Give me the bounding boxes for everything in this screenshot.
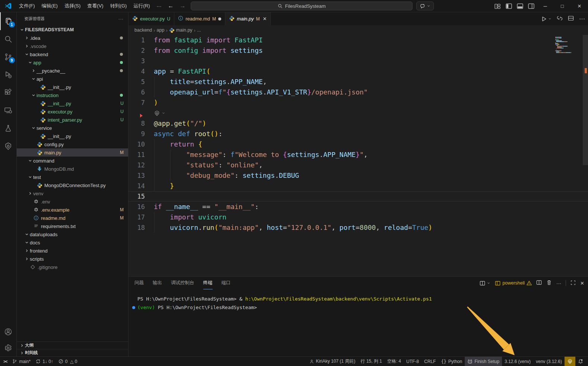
tree-item-__init__.py[interactable]: __init__.pyU <box>17 99 128 107</box>
tree-item-api[interactable]: api <box>17 75 128 83</box>
code-line-12[interactable]: 12 "status": "online", <box>128 160 588 170</box>
activity-remote-explorer-icon[interactable] <box>0 102 17 119</box>
tree-item-frontend[interactable]: frontend <box>17 247 128 255</box>
tab-executor[interactable]: executor.pyU <box>128 12 174 25</box>
tree-item-data-uploads[interactable]: data\uploads <box>17 230 128 238</box>
activity-explorer-icon[interactable]: 1 <box>0 12 17 30</box>
tab-readme[interactable]: readme.mdM <box>174 12 225 25</box>
tree-item-.idea[interactable]: .idea <box>17 34 128 42</box>
launch-profile-button[interactable] <box>480 280 490 286</box>
copilot-inline-icon[interactable] <box>154 110 165 116</box>
menu-v[interactable]: 查看(V) <box>84 0 107 12</box>
code-line-4[interactable]: 4app = FastAPI( <box>128 66 588 77</box>
code-line-3[interactable]: 3 <box>128 56 588 66</box>
tree-item-intent_parser.py[interactable]: intent_parser.pyU <box>17 116 128 124</box>
breadcrumb[interactable]: backend›app›main.py›... <box>128 25 588 35</box>
command-decoration-dot[interactable] <box>132 306 135 309</box>
status-language-mode[interactable]: {}Python <box>438 357 465 366</box>
status-git-sync[interactable]: 1↓ 0↑ <box>33 357 56 366</box>
tree-item-__pycache__[interactable]: __pycache__ <box>17 67 128 75</box>
tree-item-instruction[interactable]: instruction <box>17 91 128 99</box>
tree-item-readme.md[interactable]: readme.mdM <box>17 214 128 222</box>
code-line-6[interactable]: 6 openapi_url=f"{settings.API_V1_STR}/op… <box>128 87 588 97</box>
tree-item-venv[interactable]: venv <box>17 189 128 198</box>
open-changes-icon[interactable] <box>557 15 563 23</box>
status-notifications[interactable] <box>575 357 586 366</box>
command-center-search[interactable]: FilesReadSysteam <box>191 1 413 10</box>
split-terminal-icon[interactable] <box>536 280 542 286</box>
editor-scrollbar[interactable] <box>583 35 588 276</box>
code-line-5[interactable]: 5 title=settings.APP_NAME, <box>128 77 588 87</box>
maximize-button[interactable]: □ <box>554 0 571 12</box>
split-editor-icon[interactable] <box>568 15 574 23</box>
tree-item-.env.example[interactable]: .env.exampleM <box>17 206 128 214</box>
dirty-indicator[interactable] <box>218 17 221 20</box>
toggle-panel-icon[interactable] <box>514 0 525 12</box>
activity-copilot-icon[interactable] <box>0 137 17 155</box>
toggle-sidebar-icon[interactable] <box>503 0 514 12</box>
tree-item-test[interactable]: test <box>17 173 128 181</box>
tree-item-__init__.py[interactable]: __init__.py <box>17 83 128 91</box>
panel-tab-终端[interactable]: 终端 <box>203 277 213 289</box>
tree-item-backend[interactable]: backend <box>17 50 128 58</box>
code-line-15[interactable]: 15 <box>128 191 588 202</box>
editor-more-actions-icon[interactable]: ··· <box>579 16 585 22</box>
tab-main[interactable]: main.pyM✕ <box>225 12 271 25</box>
settings-gear-icon[interactable] <box>0 340 17 356</box>
tree-item-command[interactable]: command <box>17 157 128 165</box>
tree-item-main.py[interactable]: main.pyM <box>17 148 128 157</box>
activity-run-debug-icon[interactable] <box>0 66 17 84</box>
code-line-13[interactable]: 13 "debug_mode": settings.DEBUG <box>128 170 588 181</box>
tree-item-__init__.py[interactable]: __init__.py <box>17 132 128 140</box>
code-editor[interactable]: 1from fastapi import FastAPI2from config… <box>128 35 588 276</box>
tree-item-.gitignore[interactable]: .gitignore <box>17 263 128 271</box>
status-python-version[interactable]: 3.12.6 (venv) <box>502 357 533 366</box>
terminal-output[interactable]: PS H:\OwnProject\FilesReadSysteam> & h:\… <box>128 289 588 312</box>
code-line-11[interactable]: 11 "message": f"Welcome to {settings.APP… <box>128 150 588 160</box>
account-icon[interactable] <box>0 324 17 340</box>
tree-item-.vscode[interactable]: .vscode <box>17 42 128 50</box>
menu-[interactable]: ··· <box>153 0 165 12</box>
terminal-instance-powershell[interactable]: powershell <box>495 280 532 286</box>
status-cursor-position[interactable]: 行 15, 列 1 <box>358 357 384 366</box>
activity-search-icon[interactable] <box>0 30 17 48</box>
minimize-button[interactable]: ─ <box>537 0 554 12</box>
status-remote[interactable]: >< <box>0 357 10 366</box>
code-line-2[interactable]: 2from config import settings <box>128 45 588 56</box>
breadcrumb-item[interactable]: ... <box>197 28 201 33</box>
menu-g[interactable]: 转到(G) <box>107 0 130 12</box>
panel-tab-调试控制台[interactable]: 调试控制台 <box>171 277 194 289</box>
code-line-9[interactable]: 9async def root(): <box>128 129 588 139</box>
sidebar-more-actions-icon[interactable]: ··· <box>118 17 124 21</box>
minimap[interactable] <box>555 36 577 54</box>
menu-e[interactable]: 编辑(E) <box>38 0 61 12</box>
close-button[interactable]: ✕ <box>571 0 588 12</box>
panel-tab-问题[interactable]: 问题 <box>134 277 144 289</box>
activity-testing-icon[interactable] <box>0 119 17 137</box>
breadcrumb-item[interactable]: main.py <box>176 28 193 33</box>
status-git-branch[interactable]: main* <box>10 357 33 366</box>
activity-source-control-icon[interactable]: 9 <box>0 48 17 66</box>
code-line-7[interactable]: 7) <box>128 97 588 108</box>
breadcrumb-item[interactable]: app <box>157 28 165 33</box>
tree-item-scripts[interactable]: scripts <box>17 255 128 263</box>
code-line-18[interactable]: 18 uvicorn.run("main:app", host="127.0.0… <box>128 222 588 233</box>
code-line-14[interactable]: 14 } <box>128 181 588 191</box>
toggle-secondary-sidebar-icon[interactable] <box>525 0 537 12</box>
menu-s[interactable]: 选择(S) <box>61 0 84 12</box>
menu-f[interactable]: 文件(F) <box>16 0 38 12</box>
copilot-chat-button[interactable] <box>416 1 434 10</box>
status-author-info[interactable]: KiriAky 107 (1 周前) <box>307 357 358 366</box>
tree-item-service[interactable]: service <box>17 124 128 132</box>
status-encoding[interactable]: UTF-8 <box>404 357 422 366</box>
tree-item-mongodb.md[interactable]: MongoDB.md <box>17 165 128 173</box>
status-copilot-status[interactable] <box>565 357 575 366</box>
sidebar-section-outline[interactable]: 大纲 <box>17 341 128 349</box>
code-line-10[interactable]: 10 return { <box>128 139 588 150</box>
status-venv-version[interactable]: venv (3.12.6) <box>533 357 565 366</box>
code-line-16[interactable]: 16if __name__ == "__main__": <box>128 202 588 212</box>
panel-more-actions-icon[interactable]: ··· <box>556 280 561 286</box>
nav-back-button[interactable]: ← <box>165 3 177 9</box>
status-finish-setup[interactable]: Finish Setup <box>465 357 502 366</box>
tree-item-config.py[interactable]: config.py <box>17 140 128 148</box>
